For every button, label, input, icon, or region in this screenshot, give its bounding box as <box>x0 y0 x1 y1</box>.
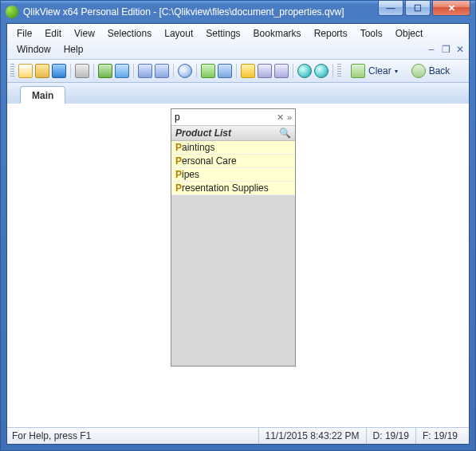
print-icon[interactable] <box>75 64 89 78</box>
clear-icon <box>351 64 365 78</box>
toolbar-grip[interactable] <box>337 64 341 78</box>
app-icon <box>6 6 18 18</box>
statusbar: For Help, press F1 11/1/2015 8:43:22 PM … <box>7 427 469 444</box>
toolbar: Clear ▾ Back <box>7 60 469 83</box>
window-title: QlikView x64 Personal Edition - [C:\Qlik… <box>23 6 344 18</box>
clear-search-icon[interactable]: ✕ <box>277 112 284 123</box>
mdi-restore-button[interactable]: ❐ <box>440 42 451 57</box>
search-icon[interactable] <box>178 64 192 78</box>
minimize-button[interactable]: — <box>378 1 403 16</box>
bookmark-icon[interactable] <box>241 64 255 78</box>
app-window: QlikView x64 Personal Edition - [C:\Qlik… <box>0 0 476 451</box>
menu-layout[interactable]: Layout <box>158 25 199 41</box>
toolbar-grip[interactable] <box>10 64 14 78</box>
status-f: F: 19/19 <box>415 428 464 444</box>
notes-icon[interactable] <box>274 64 289 78</box>
listbox-product-list[interactable]: ✕ » Product List 🔍 Paintings Personal Ca… <box>171 108 296 367</box>
save-icon[interactable] <box>52 64 66 78</box>
menu-help[interactable]: Help <box>57 41 90 57</box>
back-icon <box>411 64 426 78</box>
listbox-caption[interactable]: Product List 🔍 <box>171 126 295 141</box>
clear-label: Clear <box>368 65 391 76</box>
toolbar-separator <box>332 64 333 78</box>
menu-tools[interactable]: Tools <box>354 25 389 41</box>
menu-reports[interactable]: Reports <box>308 25 354 41</box>
status-help: For Help, press F1 <box>12 428 258 444</box>
menubar: File Edit View Selections Layout Setting… <box>7 24 469 60</box>
menu-file[interactable]: File <box>10 25 38 41</box>
list-item[interactable]: Paintings <box>171 141 295 155</box>
current-selections-icon[interactable] <box>201 64 215 78</box>
clear-button[interactable]: Clear ▾ <box>345 62 403 80</box>
new-icon[interactable] <box>18 64 33 78</box>
menu-edit[interactable]: Edit <box>38 25 68 41</box>
list-item[interactable]: Pipes <box>171 168 295 182</box>
quick-chart-icon[interactable] <box>218 64 232 78</box>
toolbar-separator <box>196 64 197 78</box>
expand-search-icon[interactable]: » <box>287 112 292 122</box>
layout-icon[interactable] <box>258 64 272 78</box>
client-area: File Edit View Selections Layout Setting… <box>6 23 470 445</box>
list-item[interactable]: Personal Care <box>171 155 295 168</box>
toolbar-separator <box>173 64 174 78</box>
toolbar-separator <box>93 64 94 78</box>
window-controls: — ☐ ✕ <box>376 1 470 16</box>
tab-main[interactable]: Main <box>20 86 65 105</box>
listbox-search-bar: ✕ » <box>171 109 295 126</box>
menu-bookmarks[interactable]: Bookmarks <box>247 25 308 41</box>
edit-script-icon[interactable] <box>98 64 112 78</box>
mdi-controls: – ❐ ✕ <box>426 42 466 57</box>
menu-selections[interactable]: Selections <box>101 25 158 41</box>
reload-icon[interactable] <box>115 64 129 78</box>
listbox-search-input[interactable] <box>175 112 273 123</box>
menu-window[interactable]: Window <box>10 41 57 57</box>
list-item-text: aintings <box>182 142 214 153</box>
redo-icon[interactable] <box>155 64 169 78</box>
back-button[interactable]: Back <box>406 62 456 80</box>
maximize-button[interactable]: ☐ <box>405 1 431 16</box>
tab-label: Main <box>32 90 53 101</box>
status-d: D: 19/19 <box>366 428 415 444</box>
mdi-close-button[interactable]: ✕ <box>454 42 466 57</box>
mdi-minimize-button[interactable]: – <box>426 42 437 57</box>
list-item-text: ipes <box>182 169 199 180</box>
toolbar-separator <box>70 64 71 78</box>
toolbar-separator <box>133 64 134 78</box>
status-time: 11/1/2015 8:43:22 PM <box>258 428 366 444</box>
list-item-text: ersonal Care <box>182 155 237 167</box>
listbox-title: Product List <box>175 127 231 139</box>
list-item-text: resentation Supplies <box>182 182 269 194</box>
listbox-body: Paintings Personal Care Pipes Presentati… <box>171 141 295 366</box>
sheet-canvas[interactable]: ✕ » Product List 🔍 Paintings Personal Ca… <box>7 104 469 428</box>
menu-object[interactable]: Object <box>389 25 430 41</box>
undo-icon[interactable] <box>138 64 152 78</box>
toolbar-separator <box>236 64 237 78</box>
close-button[interactable]: ✕ <box>432 1 470 16</box>
sheet-tabstrip: Main <box>7 83 469 104</box>
whats-this-icon[interactable] <box>314 64 328 78</box>
help-icon[interactable] <box>297 64 312 78</box>
back-label: Back <box>429 65 450 76</box>
menu-settings[interactable]: Settings <box>199 25 246 41</box>
open-icon[interactable] <box>35 64 49 78</box>
menu-view[interactable]: View <box>68 25 101 41</box>
dropdown-icon: ▾ <box>395 68 398 75</box>
list-item[interactable]: Presentation Supplies <box>171 182 295 195</box>
toolbar-separator <box>293 64 293 78</box>
search-icon[interactable]: 🔍 <box>279 127 291 139</box>
